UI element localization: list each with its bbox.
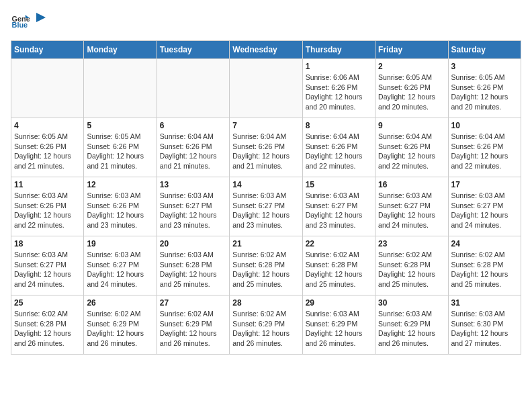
day-info: Sunrise: 6:03 AM Sunset: 6:27 PM Dayligh… [232,191,299,230]
day-info: Sunrise: 6:05 AM Sunset: 6:26 PM Dayligh… [14,132,81,171]
calendar-cell: 14Sunrise: 6:03 AM Sunset: 6:27 PM Dayli… [230,177,302,236]
day-info: Sunrise: 6:03 AM Sunset: 6:26 PM Dayligh… [14,191,81,230]
day-number: 16 [378,180,445,189]
day-info: Sunrise: 6:03 AM Sunset: 6:30 PM Dayligh… [451,309,518,349]
day-info: Sunrise: 6:04 AM Sunset: 6:26 PM Dayligh… [232,132,299,171]
calendar-cell: 17Sunrise: 6:03 AM Sunset: 6:27 PM Dayli… [448,177,521,236]
day-info: Sunrise: 6:04 AM Sunset: 6:26 PM Dayligh… [378,132,445,171]
calendar-table: SundayMondayTuesdayWednesdayThursdayFrid… [11,40,521,355]
week-row-3: 11Sunrise: 6:03 AM Sunset: 6:26 PM Dayli… [11,177,521,236]
calendar-cell: 19Sunrise: 6:03 AM Sunset: 6:27 PM Dayli… [84,236,157,295]
calendar-cell: 31Sunrise: 6:03 AM Sunset: 6:30 PM Dayli… [448,295,521,355]
calendar-cell: 27Sunrise: 6:02 AM Sunset: 6:29 PM Dayli… [157,295,229,355]
calendar-cell: 28Sunrise: 6:02 AM Sunset: 6:29 PM Dayli… [230,295,302,355]
day-number: 14 [232,180,299,189]
calendar-body: 1Sunrise: 6:06 AM Sunset: 6:26 PM Daylig… [11,59,521,355]
calendar-cell: 25Sunrise: 6:02 AM Sunset: 6:28 PM Dayli… [11,295,84,355]
calendar-cell: 9Sunrise: 6:04 AM Sunset: 6:26 PM Daylig… [375,118,448,177]
day-info: Sunrise: 6:05 AM Sunset: 6:26 PM Dayligh… [378,73,445,112]
day-number: 12 [87,180,153,189]
day-number: 21 [232,239,299,248]
calendar-cell: 5Sunrise: 6:05 AM Sunset: 6:26 PM Daylig… [84,118,157,177]
calendar-cell: 16Sunrise: 6:03 AM Sunset: 6:27 PM Dayli… [375,177,448,236]
day-info: Sunrise: 6:03 AM Sunset: 6:29 PM Dayligh… [378,309,445,349]
day-number: 31 [451,298,518,308]
day-info: Sunrise: 6:02 AM Sunset: 6:28 PM Dayligh… [232,250,299,289]
calendar-cell [11,59,84,118]
day-info: Sunrise: 6:03 AM Sunset: 6:27 PM Dayligh… [87,250,153,289]
week-row-2: 4Sunrise: 6:05 AM Sunset: 6:26 PM Daylig… [11,118,521,177]
day-info: Sunrise: 6:03 AM Sunset: 6:28 PM Dayligh… [160,250,226,289]
day-info: Sunrise: 6:06 AM Sunset: 6:26 PM Dayligh… [306,73,372,112]
calendar-cell: 6Sunrise: 6:04 AM Sunset: 6:26 PM Daylig… [157,118,229,177]
calendar-cell: 11Sunrise: 6:03 AM Sunset: 6:26 PM Dayli… [11,177,84,236]
day-info: Sunrise: 6:02 AM Sunset: 6:29 PM Dayligh… [87,309,153,349]
day-info: Sunrise: 6:03 AM Sunset: 6:27 PM Dayligh… [160,191,226,230]
calendar-cell: 3Sunrise: 6:05 AM Sunset: 6:26 PM Daylig… [448,59,521,118]
logo-flag-icon [34,11,48,26]
calendar-cell: 1Sunrise: 6:06 AM Sunset: 6:26 PM Daylig… [302,59,375,118]
day-info: Sunrise: 6:05 AM Sunset: 6:26 PM Dayligh… [451,73,518,112]
day-number: 5 [87,121,153,130]
day-info: Sunrise: 6:03 AM Sunset: 6:27 PM Dayligh… [14,250,81,289]
day-info: Sunrise: 6:04 AM Sunset: 6:26 PM Dayligh… [306,132,372,171]
day-info: Sunrise: 6:02 AM Sunset: 6:28 PM Dayligh… [378,250,445,289]
day-number: 20 [160,239,226,248]
day-header-friday: Friday [375,41,448,59]
day-info: Sunrise: 6:03 AM Sunset: 6:27 PM Dayligh… [451,191,518,230]
day-info: Sunrise: 6:02 AM Sunset: 6:29 PM Dayligh… [160,309,226,349]
day-header-tuesday: Tuesday [157,41,229,59]
day-info: Sunrise: 6:04 AM Sunset: 6:26 PM Dayligh… [451,132,518,171]
day-info: Sunrise: 6:04 AM Sunset: 6:26 PM Dayligh… [160,132,226,171]
week-row-5: 25Sunrise: 6:02 AM Sunset: 6:28 PM Dayli… [11,295,521,355]
day-header-saturday: Saturday [448,41,521,59]
day-number: 24 [451,239,518,248]
day-number: 6 [160,121,226,130]
day-number: 30 [378,298,445,308]
calendar-cell: 8Sunrise: 6:04 AM Sunset: 6:26 PM Daylig… [302,118,375,177]
day-header-sunday: Sunday [11,41,84,59]
day-number: 2 [378,62,445,71]
day-header-thursday: Thursday [302,41,375,59]
day-header-monday: Monday [84,41,157,59]
day-number: 22 [306,239,372,248]
day-info: Sunrise: 6:03 AM Sunset: 6:27 PM Dayligh… [378,191,445,230]
calendar-cell: 7Sunrise: 6:04 AM Sunset: 6:26 PM Daylig… [230,118,302,177]
day-info: Sunrise: 6:02 AM Sunset: 6:28 PM Dayligh… [306,250,372,289]
calendar-cell [230,59,302,118]
page-header: General Blue [11,11,521,30]
day-number: 26 [87,298,153,308]
day-number: 11 [14,180,81,189]
logo: General Blue [11,11,48,30]
calendar-cell: 4Sunrise: 6:05 AM Sunset: 6:26 PM Daylig… [11,118,84,177]
day-info: Sunrise: 6:02 AM Sunset: 6:28 PM Dayligh… [14,309,81,349]
calendar-cell: 2Sunrise: 6:05 AM Sunset: 6:26 PM Daylig… [375,59,448,118]
day-info: Sunrise: 6:02 AM Sunset: 6:29 PM Dayligh… [232,309,299,349]
calendar-cell: 20Sunrise: 6:03 AM Sunset: 6:28 PM Dayli… [157,236,229,295]
day-info: Sunrise: 6:02 AM Sunset: 6:28 PM Dayligh… [451,250,518,289]
svg-text:Blue: Blue [12,21,28,29]
day-number: 8 [306,121,372,130]
day-number: 28 [232,298,299,308]
day-info: Sunrise: 6:03 AM Sunset: 6:26 PM Dayligh… [87,191,153,230]
calendar-cell: 23Sunrise: 6:02 AM Sunset: 6:28 PM Dayli… [375,236,448,295]
day-number: 7 [232,121,299,130]
day-number: 9 [378,121,445,130]
day-header-wednesday: Wednesday [230,41,302,59]
calendar-cell: 22Sunrise: 6:02 AM Sunset: 6:28 PM Dayli… [302,236,375,295]
calendar-cell: 10Sunrise: 6:04 AM Sunset: 6:26 PM Dayli… [448,118,521,177]
day-number: 4 [14,121,81,130]
day-number: 13 [160,180,226,189]
calendar-cell: 29Sunrise: 6:03 AM Sunset: 6:29 PM Dayli… [302,295,375,355]
svg-marker-3 [36,13,46,22]
day-number: 15 [306,180,372,189]
calendar-header-row: SundayMondayTuesdayWednesdayThursdayFrid… [11,41,521,59]
day-number: 27 [160,298,226,308]
calendar-cell: 21Sunrise: 6:02 AM Sunset: 6:28 PM Dayli… [230,236,302,295]
week-row-1: 1Sunrise: 6:06 AM Sunset: 6:26 PM Daylig… [11,59,521,118]
logo-icon: General Blue [11,11,30,30]
week-row-4: 18Sunrise: 6:03 AM Sunset: 6:27 PM Dayli… [11,236,521,295]
calendar-cell: 24Sunrise: 6:02 AM Sunset: 6:28 PM Dayli… [448,236,521,295]
day-info: Sunrise: 6:03 AM Sunset: 6:29 PM Dayligh… [306,309,372,349]
calendar-cell: 30Sunrise: 6:03 AM Sunset: 6:29 PM Dayli… [375,295,448,355]
